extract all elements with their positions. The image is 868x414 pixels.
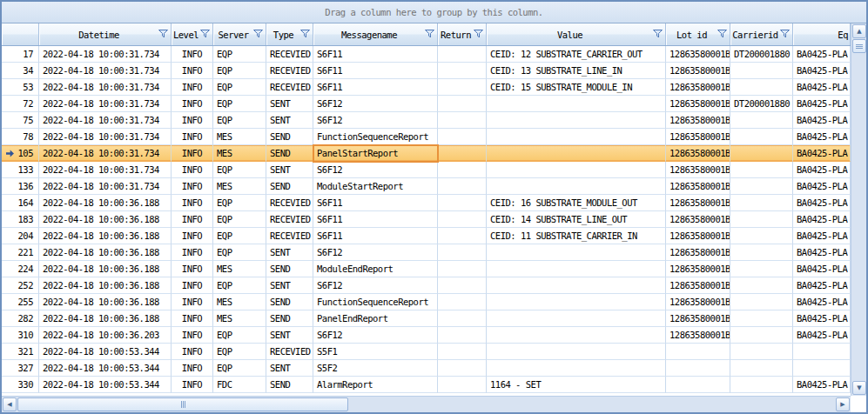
cell-return[interactable] bbox=[438, 96, 487, 112]
cell-server[interactable]: EQP bbox=[213, 277, 266, 294]
cell-messagename[interactable]: S6F12 bbox=[313, 277, 438, 294]
cell-carrier_id[interactable] bbox=[730, 244, 793, 261]
filter-icon-datetime[interactable] bbox=[158, 30, 168, 38]
cell-type[interactable]: SENT bbox=[266, 327, 313, 344]
cell-server[interactable]: MES bbox=[213, 178, 266, 195]
row-number-cell[interactable]: 34 bbox=[2, 63, 39, 79]
cell-lot_id[interactable]: 12863580001B bbox=[666, 63, 730, 79]
cell-eq[interactable]: BA0425-PLA bbox=[793, 228, 851, 244]
cell-carrier_id[interactable] bbox=[730, 145, 793, 162]
cell-value[interactable] bbox=[487, 261, 666, 277]
cell-carrier_id[interactable] bbox=[730, 327, 793, 344]
cell-datetime[interactable]: 2022-04-18 10:00:31.734 bbox=[39, 129, 172, 145]
cell-return[interactable] bbox=[438, 178, 487, 195]
column-header-value[interactable]: Value bbox=[487, 23, 666, 45]
cell-eq[interactable]: BA0425-PLA bbox=[793, 46, 851, 63]
cell-return[interactable] bbox=[438, 195, 487, 211]
cell-return[interactable] bbox=[438, 79, 487, 96]
cell-value[interactable] bbox=[487, 344, 666, 360]
cell-level[interactable]: INFO bbox=[172, 112, 213, 129]
horizontal-scrollbar[interactable]: ◀ ▶ bbox=[2, 396, 851, 412]
cell-type[interactable]: SEND bbox=[266, 261, 313, 277]
vertical-scrollbar-thumb[interactable] bbox=[852, 39, 866, 53]
table-row[interactable]: 3272022-04-18 10:00:53.344INFOEQPSENTS5F… bbox=[2, 360, 851, 377]
scroll-right-button[interactable]: ▶ bbox=[836, 397, 850, 411]
cell-value[interactable] bbox=[487, 310, 666, 327]
cell-type[interactable]: RECEVIED bbox=[266, 79, 313, 96]
filter-icon-return[interactable] bbox=[474, 30, 483, 38]
table-row[interactable]: 1052022-04-18 10:00:31.734INFOMESSENDPan… bbox=[2, 145, 851, 162]
filter-icon-value[interactable] bbox=[653, 30, 663, 38]
cell-return[interactable] bbox=[438, 112, 487, 129]
table-row[interactable]: 172022-04-18 10:00:31.734INFOEQPRECEVIED… bbox=[2, 46, 851, 63]
cell-lot_id[interactable]: 12863580001B bbox=[666, 129, 730, 145]
row-number-cell[interactable]: 53 bbox=[2, 79, 39, 96]
table-row[interactable]: 2552022-04-18 10:00:36.188INFOMESSENDFun… bbox=[2, 294, 851, 310]
row-number-cell[interactable]: 164 bbox=[2, 195, 39, 211]
cell-datetime[interactable]: 2022-04-18 10:00:53.344 bbox=[39, 360, 172, 377]
cell-type[interactable]: SENT bbox=[266, 244, 313, 261]
cell-carrier_id[interactable] bbox=[730, 377, 793, 393]
cell-eq[interactable]: BA0425-PLA bbox=[793, 162, 851, 178]
cell-return[interactable] bbox=[438, 377, 487, 393]
column-header-messagename[interactable]: Messagename bbox=[313, 23, 438, 45]
cell-server[interactable]: EQP bbox=[213, 344, 266, 360]
row-number-cell[interactable]: 327 bbox=[2, 360, 39, 377]
cell-value[interactable] bbox=[487, 327, 666, 344]
cell-eq[interactable]: BA0425-PLA bbox=[793, 327, 851, 344]
cell-type[interactable]: SEND bbox=[266, 129, 313, 145]
row-number-cell[interactable]: 133 bbox=[2, 162, 39, 178]
cell-level[interactable]: INFO bbox=[172, 360, 213, 377]
cell-datetime[interactable]: 2022-04-18 10:00:31.734 bbox=[39, 162, 172, 178]
cell-carrier_id[interactable]: DT200001880 bbox=[730, 46, 793, 63]
cell-server[interactable]: EQP bbox=[213, 79, 266, 96]
cell-server[interactable]: MES bbox=[213, 310, 266, 327]
cell-messagename[interactable]: AlarmReport bbox=[313, 377, 438, 393]
cell-server[interactable]: EQP bbox=[213, 195, 266, 211]
cell-lot_id[interactable] bbox=[666, 344, 730, 360]
cell-server[interactable]: MES bbox=[213, 129, 266, 145]
scroll-up-button[interactable]: ▲ bbox=[852, 24, 866, 38]
cell-datetime[interactable]: 2022-04-18 10:00:36.188 bbox=[39, 277, 172, 294]
cell-return[interactable] bbox=[438, 327, 487, 344]
cell-level[interactable]: INFO bbox=[172, 211, 213, 228]
cell-carrier_id[interactable] bbox=[730, 294, 793, 310]
filter-icon-level[interactable] bbox=[200, 30, 210, 38]
cell-type[interactable]: SEND bbox=[266, 178, 313, 195]
cell-level[interactable]: INFO bbox=[172, 46, 213, 63]
row-number-cell[interactable]: 330 bbox=[2, 377, 39, 393]
cell-server[interactable]: MES bbox=[213, 261, 266, 277]
cell-server[interactable]: MES bbox=[213, 145, 266, 162]
row-number-cell[interactable]: 183 bbox=[2, 211, 39, 228]
table-row[interactable]: 3102022-04-18 10:00:36.203INFOEQPSENTS6F… bbox=[2, 327, 851, 344]
cell-lot_id[interactable]: 12863580001B bbox=[666, 310, 730, 327]
table-row[interactable]: 3212022-04-18 10:00:53.344INFOEQPRECEVIE… bbox=[2, 344, 851, 360]
cell-level[interactable]: INFO bbox=[172, 96, 213, 112]
cell-server[interactable]: MES bbox=[213, 294, 266, 310]
cell-return[interactable] bbox=[438, 261, 487, 277]
cell-type[interactable]: RECEVIED bbox=[266, 46, 313, 63]
cell-lot_id[interactable]: 12863580001B bbox=[666, 145, 730, 162]
row-number-cell[interactable]: 255 bbox=[2, 294, 39, 310]
table-row[interactable]: 532022-04-18 10:00:31.734INFOEQPRECEVIED… bbox=[2, 79, 851, 96]
cell-datetime[interactable]: 2022-04-18 10:00:31.734 bbox=[39, 79, 172, 96]
cell-messagename[interactable]: S6F11 bbox=[313, 211, 438, 228]
row-number-cell[interactable]: 78 bbox=[2, 129, 39, 145]
cell-lot_id[interactable]: 12863580001B bbox=[666, 211, 730, 228]
cell-server[interactable]: EQP bbox=[213, 211, 266, 228]
cell-eq[interactable] bbox=[793, 360, 851, 377]
table-row[interactable]: 2522022-04-18 10:00:36.188INFOEQPSENTS6F… bbox=[2, 277, 851, 294]
cell-lot_id[interactable]: 12863580001B bbox=[666, 294, 730, 310]
cell-messagename[interactable]: S6F12 bbox=[313, 162, 438, 178]
cell-type[interactable]: SENT bbox=[266, 112, 313, 129]
cell-return[interactable] bbox=[438, 244, 487, 261]
cell-type[interactable]: RECEVIED bbox=[266, 344, 313, 360]
cell-return[interactable] bbox=[438, 310, 487, 327]
cell-type[interactable]: SEND bbox=[266, 294, 313, 310]
cell-carrier_id[interactable] bbox=[730, 129, 793, 145]
cell-server[interactable]: EQP bbox=[213, 360, 266, 377]
cell-value[interactable] bbox=[487, 360, 666, 377]
cell-type[interactable]: SENT bbox=[266, 360, 313, 377]
table-row[interactable]: 2042022-04-18 10:00:36.188INFOEQPRECEVIE… bbox=[2, 228, 851, 244]
focused-cell[interactable]: PanelStartReport bbox=[313, 145, 438, 162]
